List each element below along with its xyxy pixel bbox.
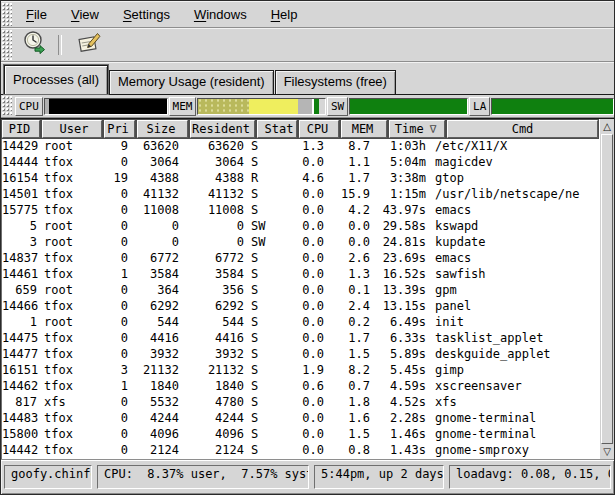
cell-time: 13.15s — [373, 299, 429, 315]
column-header-pri[interactable]: Pri — [104, 120, 135, 138]
cpu-label-button[interactable]: CPU — [15, 97, 43, 116]
cell-cmd: tasklist_applet — [429, 331, 599, 347]
process-row[interactable]: 5root000SW0.00.029.58skswapd — [2, 219, 599, 235]
cell-pid: 3 — [2, 235, 40, 251]
cell-time: 3:38m — [373, 171, 429, 187]
process-row[interactable]: 16154tfox1943884388R4.61.73:38mgtop — [2, 171, 599, 187]
process-row[interactable]: 14462tfox118401840S0.60.74.59sxscreensav… — [2, 379, 599, 395]
process-row[interactable]: 14461tfox135843584S0.01.316.52ssawfish — [2, 267, 599, 283]
cpu-bar-segment — [49, 99, 166, 114]
menu-windows[interactable]: Windows — [182, 4, 259, 25]
tab-filesystems-free[interactable]: Filesystems (free) — [275, 70, 396, 94]
table-header-row: PIDUserPriSizeResidentStatCPUMEMTime∇Cmd — [1, 119, 599, 139]
cell-cmd: gnome-terminal — [429, 411, 599, 427]
process-row[interactable]: 1root0544544S0.00.26.49sinit — [2, 315, 599, 331]
process-row[interactable]: 14466tfox062926292S0.02.413.15spanel — [2, 299, 599, 315]
scroll-down-icon[interactable]: ▽ — [600, 444, 614, 459]
cell-resident: 3584 — [182, 267, 247, 283]
process-row[interactable]: 817xfs055324780S0.01.84.52sxfs — [2, 395, 599, 411]
cell-cpu: 0.0 — [287, 267, 327, 283]
refresh-interval-button[interactable] — [18, 30, 52, 60]
process-row[interactable]: 659root0364356S0.00.113.39sgpm — [2, 283, 599, 299]
column-header-mem[interactable]: MEM — [341, 120, 387, 138]
cell-stat: S — [247, 331, 287, 347]
sw-bar-segment — [350, 99, 467, 114]
cell-user: tfox — [40, 251, 100, 267]
process-row[interactable]: 14444tfox030643064S0.01.15:04mmagicdev — [2, 155, 599, 171]
process-row[interactable]: 14442tfox021242124S0.00.81.43sgnome-smpr… — [2, 443, 599, 459]
column-header-stat[interactable]: Stat — [257, 120, 297, 138]
menu-file[interactable]: File — [14, 4, 59, 25]
cell-stat: S — [247, 411, 287, 427]
column-header-resident[interactable]: Resident — [190, 120, 255, 138]
cell-time: 24.81s — [373, 235, 429, 251]
tab-memory-usage-resident[interactable]: Memory Usage (resident) — [109, 70, 274, 94]
process-row[interactable]: 14475tfox044164416S0.01.76.33stasklist_a… — [2, 331, 599, 347]
cell-user: tfox — [40, 299, 100, 315]
process-row[interactable]: 3root000SW0.00.024.81skupdate — [2, 235, 599, 251]
cell-cpu: 0.0 — [287, 219, 327, 235]
cell-pri: 0 — [100, 251, 131, 267]
cell-stat: S — [247, 267, 287, 283]
column-header-size[interactable]: Size — [137, 120, 188, 138]
column-header-cmd[interactable]: Cmd — [447, 120, 598, 138]
cell-pri: 0 — [100, 283, 131, 299]
cell-resident: 11008 — [182, 203, 247, 219]
cell-size: 3932 — [131, 347, 182, 363]
process-row[interactable]: 14477tfox039323932S0.01.55.89sdeskguide_… — [2, 347, 599, 363]
column-header-pid[interactable]: PID — [2, 120, 40, 138]
cell-mem: 1.8 — [327, 395, 373, 411]
process-row[interactable]: 14483tfox042444244S0.01.62.28sgnome-term… — [2, 411, 599, 427]
cell-user: tfox — [40, 427, 100, 443]
process-row[interactable]: 15775tfox01100811008S0.04.243.97semacs — [2, 203, 599, 219]
cell-mem: 1.7 — [327, 171, 373, 187]
cell-cpu: 0.0 — [287, 187, 327, 203]
edit-fields-button[interactable] — [72, 30, 106, 60]
column-header-time[interactable]: Time∇ — [389, 120, 445, 138]
cell-size: 41132 — [131, 187, 182, 203]
cell-cpu: 0.0 — [287, 411, 327, 427]
menu-view[interactable]: View — [59, 4, 111, 25]
cell-size: 5532 — [131, 395, 182, 411]
cell-resident: 1840 — [182, 379, 247, 395]
mem-label-button[interactable]: MEM — [169, 97, 197, 116]
cell-user: tfox — [40, 187, 100, 203]
cell-pri: 1 — [100, 379, 131, 395]
cell-user: tfox — [40, 155, 100, 171]
column-header-cpu[interactable]: CPU — [299, 120, 339, 138]
process-row[interactable]: 14837tfox067726772S0.02.623.69semacs — [2, 251, 599, 267]
process-row[interactable]: 14429root96362063620S1.38.71:03h/etc/X11… — [2, 139, 599, 155]
menu-settings[interactable]: Settings — [111, 4, 182, 25]
cell-resident: 4416 — [182, 331, 247, 347]
cell-pid: 14461 — [2, 267, 40, 283]
cell-mem: 15.9 — [327, 187, 373, 203]
sw-label-button[interactable]: SW — [327, 97, 348, 116]
cell-cmd: gnome-smproxy — [429, 443, 599, 459]
scrollbar-thumb[interactable] — [601, 134, 613, 444]
cell-stat: S — [247, 315, 287, 331]
menu-help[interactable]: Help — [259, 4, 310, 25]
cell-cmd: kupdate — [429, 235, 599, 251]
cell-stat: SW — [247, 219, 287, 235]
la-label-button[interactable]: LA — [469, 97, 490, 116]
cell-stat: SW — [247, 235, 287, 251]
vertical-scrollbar[interactable]: △ ▽ — [599, 119, 614, 459]
scroll-up-icon[interactable]: △ — [600, 119, 614, 134]
clock-refresh-icon — [22, 30, 48, 60]
toolbar-grip-handle[interactable] — [2, 30, 12, 60]
process-row[interactable]: 15800tfox040964096S0.01.51.46sgnome-term… — [2, 427, 599, 443]
cell-user: tfox — [40, 363, 100, 379]
tab-processes-all[interactable]: Processes (all) — [4, 65, 108, 94]
cell-stat: R — [247, 171, 287, 187]
process-row[interactable]: 14501tfox04113241132S0.015.91:15m/usr/li… — [2, 187, 599, 203]
cell-cpu: 0.0 — [287, 299, 327, 315]
summary-grip-handle[interactable] — [2, 96, 12, 116]
cell-user: tfox — [40, 347, 100, 363]
cell-mem: 2.6 — [327, 251, 373, 267]
menu-bar-grip-handle[interactable] — [2, 3, 12, 26]
process-row[interactable]: 16151tfox32113221132S1.98.25.45sgimp — [2, 363, 599, 379]
cell-size: 4416 — [131, 331, 182, 347]
column-header-user[interactable]: User — [42, 120, 102, 138]
cell-pri: 3 — [100, 363, 131, 379]
cell-pri: 0 — [100, 299, 131, 315]
